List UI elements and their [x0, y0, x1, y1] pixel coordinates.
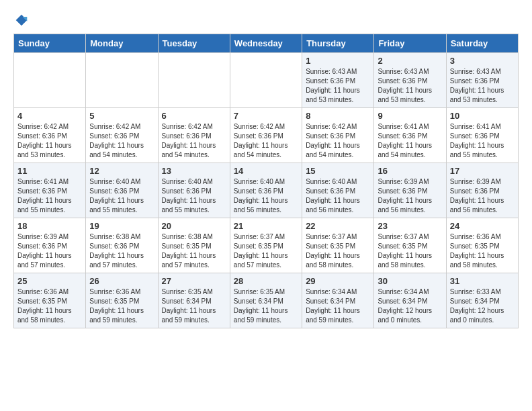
day-number: 9 — [378, 111, 442, 121]
calendar-week-row: 18Sunrise: 6:39 AM Sunset: 6:36 PM Dayli… — [14, 218, 519, 273]
calendar-table: SundayMondayTuesdayWednesdayThursdayFrid… — [13, 34, 519, 328]
day-info: Sunrise: 6:39 AM Sunset: 6:36 PM Dayligh… — [378, 177, 442, 215]
day-number: 14 — [234, 166, 298, 176]
calendar-cell: 9Sunrise: 6:41 AM Sunset: 6:36 PM Daylig… — [374, 108, 446, 163]
day-info: Sunrise: 6:42 AM Sunset: 6:36 PM Dayligh… — [89, 122, 154, 160]
day-info: Sunrise: 6:42 AM Sunset: 6:36 PM Dayligh… — [234, 122, 298, 160]
day-info: Sunrise: 6:34 AM Sunset: 6:34 PM Dayligh… — [306, 287, 370, 325]
calendar-cell: 27Sunrise: 6:35 AM Sunset: 6:34 PM Dayli… — [158, 273, 230, 328]
day-info: Sunrise: 6:40 AM Sunset: 6:36 PM Dayligh… — [306, 177, 370, 215]
calendar-cell: 14Sunrise: 6:40 AM Sunset: 6:36 PM Dayli… — [230, 163, 302, 218]
column-header-thursday: Thursday — [302, 34, 374, 53]
calendar-cell: 2Sunrise: 6:43 AM Sunset: 6:36 PM Daylig… — [374, 53, 446, 108]
day-number: 4 — [17, 111, 82, 121]
day-number: 20 — [162, 221, 226, 231]
day-info: Sunrise: 6:42 AM Sunset: 6:36 PM Dayligh… — [17, 122, 82, 160]
day-number: 24 — [450, 221, 515, 231]
calendar-cell — [86, 53, 158, 108]
day-info: Sunrise: 6:41 AM Sunset: 6:36 PM Dayligh… — [17, 177, 82, 215]
calendar-cell: 4Sunrise: 6:42 AM Sunset: 6:36 PM Daylig… — [14, 108, 86, 163]
calendar-cell: 18Sunrise: 6:39 AM Sunset: 6:36 PM Dayli… — [14, 218, 86, 273]
calendar-cell — [230, 53, 302, 108]
calendar-cell: 13Sunrise: 6:40 AM Sunset: 6:36 PM Dayli… — [158, 163, 230, 218]
calendar-cell: 30Sunrise: 6:34 AM Sunset: 6:34 PM Dayli… — [374, 273, 446, 328]
day-number: 10 — [450, 111, 515, 121]
day-number: 7 — [234, 111, 298, 121]
day-number: 27 — [162, 276, 226, 286]
day-number: 6 — [162, 111, 226, 121]
calendar-cell: 24Sunrise: 6:36 AM Sunset: 6:35 PM Dayli… — [446, 218, 518, 273]
day-number: 17 — [450, 166, 515, 176]
day-info: Sunrise: 6:43 AM Sunset: 6:36 PM Dayligh… — [306, 67, 370, 105]
day-info: Sunrise: 6:36 AM Sunset: 6:35 PM Dayligh… — [17, 287, 82, 325]
day-info: Sunrise: 6:38 AM Sunset: 6:35 PM Dayligh… — [162, 232, 226, 270]
calendar-cell: 17Sunrise: 6:39 AM Sunset: 6:36 PM Dayli… — [446, 163, 518, 218]
day-info: Sunrise: 6:42 AM Sunset: 6:36 PM Dayligh… — [306, 122, 370, 160]
day-number: 29 — [306, 276, 370, 286]
column-header-sunday: Sunday — [14, 34, 86, 53]
calendar-cell: 15Sunrise: 6:40 AM Sunset: 6:36 PM Dayli… — [302, 163, 374, 218]
day-info: Sunrise: 6:40 AM Sunset: 6:36 PM Dayligh… — [234, 177, 298, 215]
day-info: Sunrise: 6:37 AM Sunset: 6:35 PM Dayligh… — [306, 232, 370, 270]
day-number: 11 — [17, 166, 82, 176]
calendar-cell: 25Sunrise: 6:36 AM Sunset: 6:35 PM Dayli… — [14, 273, 86, 328]
calendar-cell: 10Sunrise: 6:41 AM Sunset: 6:36 PM Dayli… — [446, 108, 518, 163]
calendar-cell: 29Sunrise: 6:34 AM Sunset: 6:34 PM Dayli… — [302, 273, 374, 328]
day-number: 1 — [306, 56, 370, 66]
day-number: 30 — [378, 276, 442, 286]
day-number: 12 — [89, 166, 154, 176]
day-number: 31 — [450, 276, 515, 286]
calendar-cell: 1Sunrise: 6:43 AM Sunset: 6:36 PM Daylig… — [302, 53, 374, 108]
calendar-cell: 26Sunrise: 6:36 AM Sunset: 6:35 PM Dayli… — [86, 273, 158, 328]
calendar-cell: 3Sunrise: 6:43 AM Sunset: 6:36 PM Daylig… — [446, 53, 518, 108]
day-number: 26 — [89, 276, 154, 286]
day-info: Sunrise: 6:38 AM Sunset: 6:36 PM Dayligh… — [89, 232, 154, 270]
calendar-header-row: SundayMondayTuesdayWednesdayThursdayFrid… — [14, 34, 519, 53]
day-info: Sunrise: 6:43 AM Sunset: 6:36 PM Dayligh… — [378, 67, 442, 105]
day-info: Sunrise: 6:37 AM Sunset: 6:35 PM Dayligh… — [378, 232, 442, 270]
day-info: Sunrise: 6:41 AM Sunset: 6:36 PM Dayligh… — [450, 122, 515, 160]
day-info: Sunrise: 6:43 AM Sunset: 6:36 PM Dayligh… — [450, 67, 515, 105]
day-number: 16 — [378, 166, 442, 176]
calendar-cell: 28Sunrise: 6:35 AM Sunset: 6:34 PM Dayli… — [230, 273, 302, 328]
page-header — [13, 13, 519, 27]
day-number: 3 — [450, 56, 515, 66]
calendar-cell: 7Sunrise: 6:42 AM Sunset: 6:36 PM Daylig… — [230, 108, 302, 163]
day-number: 5 — [89, 111, 154, 121]
calendar-cell: 16Sunrise: 6:39 AM Sunset: 6:36 PM Dayli… — [374, 163, 446, 218]
day-info: Sunrise: 6:36 AM Sunset: 6:35 PM Dayligh… — [89, 287, 154, 325]
day-number: 13 — [162, 166, 226, 176]
column-header-tuesday: Tuesday — [158, 34, 230, 53]
day-info: Sunrise: 6:35 AM Sunset: 6:34 PM Dayligh… — [234, 287, 298, 325]
day-number: 23 — [378, 221, 442, 231]
calendar-cell: 8Sunrise: 6:42 AM Sunset: 6:36 PM Daylig… — [302, 108, 374, 163]
calendar-week-row: 4Sunrise: 6:42 AM Sunset: 6:36 PM Daylig… — [14, 108, 519, 163]
calendar-cell: 20Sunrise: 6:38 AM Sunset: 6:35 PM Dayli… — [158, 218, 230, 273]
day-info: Sunrise: 6:39 AM Sunset: 6:36 PM Dayligh… — [450, 177, 515, 215]
day-info: Sunrise: 6:40 AM Sunset: 6:36 PM Dayligh… — [162, 177, 226, 215]
day-info: Sunrise: 6:35 AM Sunset: 6:34 PM Dayligh… — [162, 287, 226, 325]
day-info: Sunrise: 6:40 AM Sunset: 6:36 PM Dayligh… — [89, 177, 154, 215]
calendar-cell: 19Sunrise: 6:38 AM Sunset: 6:36 PM Dayli… — [86, 218, 158, 273]
column-header-saturday: Saturday — [446, 34, 518, 53]
day-number: 19 — [89, 221, 154, 231]
day-info: Sunrise: 6:39 AM Sunset: 6:36 PM Dayligh… — [17, 232, 82, 270]
day-number: 28 — [234, 276, 298, 286]
day-number: 25 — [17, 276, 82, 286]
logo-icon — [15, 13, 28, 27]
day-info: Sunrise: 6:37 AM Sunset: 6:35 PM Dayligh… — [234, 232, 298, 270]
column-header-friday: Friday — [374, 34, 446, 53]
calendar-week-row: 11Sunrise: 6:41 AM Sunset: 6:36 PM Dayli… — [14, 163, 519, 218]
day-info: Sunrise: 6:42 AM Sunset: 6:36 PM Dayligh… — [162, 122, 226, 160]
calendar-cell: 21Sunrise: 6:37 AM Sunset: 6:35 PM Dayli… — [230, 218, 302, 273]
calendar-week-row: 1Sunrise: 6:43 AM Sunset: 6:36 PM Daylig… — [14, 53, 519, 108]
day-number: 22 — [306, 221, 370, 231]
calendar-cell: 22Sunrise: 6:37 AM Sunset: 6:35 PM Dayli… — [302, 218, 374, 273]
day-number: 15 — [306, 166, 370, 176]
day-number: 8 — [306, 111, 370, 121]
day-info: Sunrise: 6:41 AM Sunset: 6:36 PM Dayligh… — [378, 122, 442, 160]
calendar-cell — [14, 53, 86, 108]
day-info: Sunrise: 6:34 AM Sunset: 6:34 PM Dayligh… — [378, 287, 442, 325]
calendar-cell: 5Sunrise: 6:42 AM Sunset: 6:36 PM Daylig… — [86, 108, 158, 163]
calendar-cell — [158, 53, 230, 108]
